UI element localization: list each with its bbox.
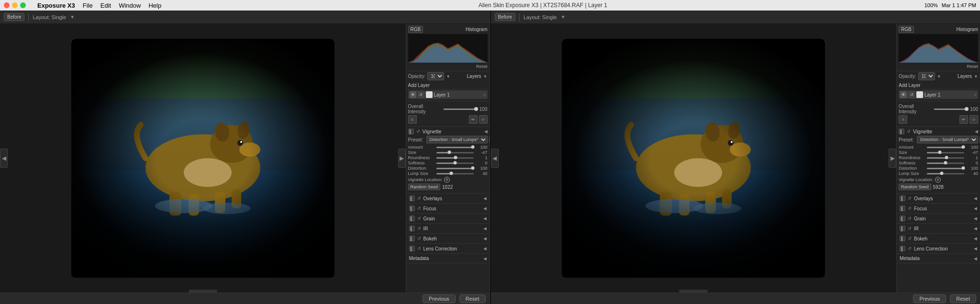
overlays-refresh-left[interactable]: ↺ [416, 195, 422, 201]
previous-btn-right[interactable]: Previous [913, 294, 946, 303]
opacity-select-right[interactable]: 100 [918, 72, 935, 80]
focus-toggle-right[interactable]: ▌ [900, 206, 905, 211]
picker-tool-right[interactable]: ⊹ [969, 115, 978, 124]
lens-toggle-right[interactable]: ▌ [900, 246, 905, 251]
param-size-slider-right[interactable] [927, 152, 964, 153]
preset-select-right[interactable]: Distortion - Small Lumps* [917, 136, 978, 143]
preset-save-left[interactable]: ▼ [489, 136, 490, 143]
picker-tool-left[interactable]: ⊹ [479, 115, 488, 124]
bokeh-header-right[interactable]: ▌ ↺ Bokeh ◀ [897, 234, 980, 243]
histogram-reset-right[interactable]: Reset [967, 64, 978, 69]
add-layer-label-left[interactable]: Add Layer [408, 83, 430, 88]
overlays-refresh-right[interactable]: ↺ [907, 195, 913, 201]
bokeh-header-left[interactable]: ▌ ↺ Bokeh ◀ [406, 234, 490, 243]
brush-tool-left[interactable]: ✏ [469, 115, 478, 124]
reset-btn-right[interactable]: Reset [950, 294, 976, 303]
previous-btn-left[interactable]: Previous [423, 294, 456, 303]
vignette-refresh-right[interactable]: ↺ [906, 129, 912, 134]
ir-toggle-right[interactable]: ▌ [900, 226, 905, 231]
overlays-toggle-left[interactable]: ▌ [409, 195, 415, 201]
focus-refresh-right[interactable]: ↺ [907, 206, 913, 211]
layer-visibility-right[interactable]: 👁 [900, 91, 907, 98]
maximize-button[interactable] [20, 2, 26, 8]
menu-window[interactable]: Window [119, 2, 141, 9]
preset-select-left[interactable]: Distortion - Small Lumps* [426, 136, 488, 143]
rgb-label-right[interactable]: RGB [899, 26, 914, 33]
ir-refresh-right[interactable]: ↺ [907, 226, 913, 231]
param-distortion-slider-right[interactable] [927, 168, 964, 169]
grain-header-left[interactable]: ▌ ↺ Grain ◀ [406, 214, 490, 223]
minimize-button[interactable] [12, 2, 18, 8]
random-seed-btn-right[interactable]: Random Seed [899, 184, 931, 190]
intensity-slider-left[interactable] [444, 109, 476, 110]
ir-header-right[interactable]: ▌ ↺ IR ◀ [897, 224, 980, 233]
param-amount-slider-left[interactable] [436, 147, 474, 148]
metadata-section-right[interactable]: Metadata ◀ [897, 254, 980, 263]
nav-arrow-right-left[interactable]: ▶ [398, 149, 406, 168]
focus-header-right[interactable]: ▌ ↺ Focus ◀ [897, 204, 980, 213]
random-seed-btn-left[interactable]: Random Seed [408, 184, 441, 190]
layer-reset-right[interactable]: ↺ [908, 91, 915, 98]
param-lumpsize-slider-right[interactable] [927, 173, 964, 174]
lens-refresh-right[interactable]: ↺ [907, 246, 913, 251]
param-amount-slider-right[interactable] [927, 147, 964, 148]
menu-help[interactable]: Help [148, 2, 161, 9]
overlays-header-left[interactable]: ▌ ↺ Overlays ◀ [406, 194, 490, 203]
param-softness-slider-left[interactable] [436, 163, 474, 164]
crop-tool-left[interactable]: ⌗ [408, 115, 417, 124]
grain-refresh-left[interactable]: ↺ [416, 216, 422, 221]
param-softness-slider-right[interactable] [927, 163, 964, 164]
param-distortion-slider-left[interactable] [436, 168, 474, 169]
histogram-reset-left[interactable]: Reset [476, 64, 488, 69]
layer-reset-left[interactable]: ↺ [418, 91, 424, 98]
lens-toggle-left[interactable]: ▌ [409, 246, 415, 251]
layer-item-right[interactable]: 👁 ↺ Layer 1 ≡ [899, 90, 978, 99]
nav-arrow-right-right[interactable]: ▶ [889, 149, 896, 168]
rgb-label-left[interactable]: RGB [408, 26, 423, 33]
before-button-left[interactable]: Before [4, 13, 24, 21]
grain-toggle-right[interactable]: ▌ [900, 216, 905, 221]
bokeh-refresh-right[interactable]: ↺ [907, 236, 913, 241]
ir-refresh-left[interactable]: ↺ [416, 226, 422, 231]
crop-tool-right[interactable]: ⌗ [899, 115, 907, 124]
bokeh-toggle-right[interactable]: ▌ [900, 236, 905, 241]
before-button-right[interactable]: Before [495, 13, 515, 21]
focus-header-left[interactable]: ▌ ↺ Focus ◀ [406, 204, 490, 213]
menu-edit[interactable]: Edit [100, 2, 111, 9]
vignette-location-icon-left[interactable]: ⊕ [444, 177, 450, 183]
ir-header-left[interactable]: ▌ ↺ IR ◀ [406, 224, 490, 233]
layer-visibility-left[interactable]: 👁 [410, 91, 416, 98]
layout-chevron-right[interactable]: ▼ [561, 14, 566, 20]
intensity-slider-right[interactable] [934, 109, 967, 110]
lens-refresh-left[interactable]: ↺ [416, 246, 422, 251]
layout-chevron-left[interactable]: ▼ [70, 14, 75, 20]
vignette-location-icon-right[interactable]: ⊕ [935, 177, 941, 183]
focus-refresh-left[interactable]: ↺ [416, 206, 422, 211]
vignette-toggle-left[interactable]: ▌ [408, 129, 414, 134]
reset-btn-left[interactable]: Reset [459, 294, 486, 303]
overlays-header-right[interactable]: ▌ ↺ Overlays ◀ [897, 194, 980, 203]
overlays-toggle-right[interactable]: ▌ [900, 195, 905, 201]
focus-toggle-left[interactable]: ▌ [409, 206, 415, 211]
lens-header-left[interactable]: ▌ ↺ Lens Correction ◀ [406, 244, 490, 253]
grain-refresh-right[interactable]: ↺ [907, 216, 913, 221]
metadata-section-left[interactable]: Metadata ◀ [406, 254, 490, 263]
menu-file[interactable]: File [83, 2, 93, 9]
param-lumpsize-slider-left[interactable] [436, 173, 474, 174]
bokeh-refresh-left[interactable]: ↺ [416, 236, 422, 241]
layer-item-left[interactable]: 👁 ↺ Layer 1 ≡ [408, 90, 488, 99]
param-roundness-slider-left[interactable] [436, 157, 474, 159]
grain-header-right[interactable]: ▌ ↺ Grain ◀ [897, 214, 980, 223]
param-size-slider-left[interactable] [436, 152, 474, 153]
nav-arrow-left-right[interactable]: ◀ [491, 149, 499, 168]
vignette-refresh-left[interactable]: ↺ [415, 129, 421, 134]
grain-toggle-left[interactable]: ▌ [409, 216, 415, 221]
ir-toggle-left[interactable]: ▌ [409, 226, 415, 231]
lens-header-right[interactable]: ▌ ↺ Lens Correction ◀ [897, 244, 980, 253]
close-button[interactable] [4, 2, 10, 8]
opacity-select-left[interactable]: 100 [427, 72, 444, 80]
add-layer-label-right[interactable]: Add Layer [899, 83, 921, 88]
brush-tool-right[interactable]: ✏ [959, 115, 968, 124]
param-roundness-slider-right[interactable] [927, 157, 964, 159]
bokeh-toggle-left[interactable]: ▌ [409, 236, 415, 241]
